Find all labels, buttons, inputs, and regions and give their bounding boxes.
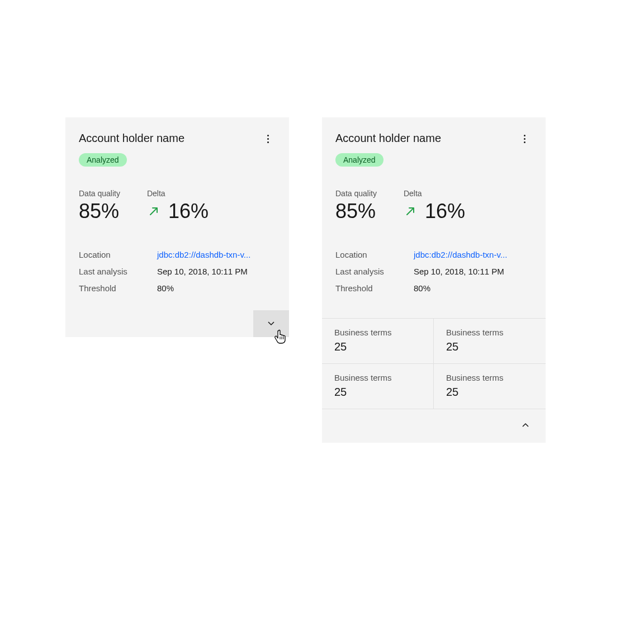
delta-number: 16% [168, 199, 209, 223]
overflow-menu-icon [524, 135, 525, 143]
metrics-row: Data quality 85% Delta 16% [65, 167, 289, 223]
grid-value: 25 [446, 386, 533, 399]
metric-value: 16% [147, 199, 209, 223]
arrow-up-right-icon [147, 205, 160, 218]
metric-value: 16% [404, 199, 465, 223]
business-terms-grid: Business terms 25 Business terms 25 Busi… [322, 318, 546, 409]
info-value: Sep 10, 2018, 10:11 PM [414, 263, 504, 280]
info-label: Last analysis [79, 263, 157, 280]
data-asset-card-expanded: Account holder name Analyzed Data qualit… [322, 117, 546, 443]
metrics-row: Data quality 85% Delta 16% [322, 167, 546, 223]
metric-delta: Delta 16% [147, 189, 209, 223]
info-row-last-analysis: Last analysis Sep 10, 2018, 10:11 PM [335, 263, 532, 280]
grid-cell: Business terms 25 [322, 319, 434, 364]
overflow-menu-button[interactable] [259, 130, 277, 148]
location-link[interactable]: jdbc:db2://dashdb-txn-v... [414, 247, 507, 263]
info-label: Location [335, 247, 414, 263]
info-row-location: Location jdbc:db2://dashdb-txn-v... [79, 247, 276, 263]
metric-data-quality: Data quality 85% [335, 189, 377, 223]
grid-value: 25 [334, 386, 421, 399]
info-rows: Location jdbc:db2://dashdb-txn-v... Last… [322, 223, 546, 297]
info-row-threshold: Threshold 80% [79, 280, 276, 297]
grid-label: Business terms [446, 328, 533, 337]
info-row-threshold: Threshold 80% [335, 280, 532, 297]
metric-label: Data quality [335, 189, 377, 198]
collapse-button[interactable] [517, 417, 534, 435]
info-rows: Location jdbc:db2://dashdb-txn-v... Last… [65, 223, 289, 310]
expand-row [65, 310, 289, 337]
arrow-up-right-icon [404, 205, 417, 218]
info-label: Threshold [79, 280, 157, 297]
status-tag: Analyzed [335, 153, 383, 167]
info-label: Last analysis [335, 263, 414, 280]
grid-label: Business terms [334, 328, 421, 337]
metric-label: Delta [404, 189, 465, 198]
card-title: Account holder name [79, 131, 276, 145]
metric-data-quality: Data quality 85% [79, 189, 120, 223]
info-label: Location [79, 247, 157, 263]
data-asset-card-collapsed: Account holder name Analyzed Data qualit… [65, 117, 289, 337]
collapse-row [322, 409, 546, 443]
overflow-menu-button[interactable] [515, 130, 533, 148]
grid-cell: Business terms 25 [434, 319, 546, 364]
card-header: Account holder name Analyzed [65, 117, 289, 167]
metric-label: Data quality [79, 189, 120, 198]
grid-cell: Business terms 25 [434, 364, 546, 409]
metric-delta: Delta 16% [404, 189, 465, 223]
info-row-last-analysis: Last analysis Sep 10, 2018, 10:11 PM [79, 263, 276, 280]
chevron-down-icon [267, 319, 276, 329]
grid-label: Business terms [334, 373, 421, 382]
overflow-menu-icon [267, 135, 269, 143]
grid-cell: Business terms 25 [322, 364, 434, 409]
card-title: Account holder name [335, 131, 532, 145]
expand-button[interactable] [253, 310, 289, 337]
grid-value: 25 [334, 340, 421, 353]
card-header: Account holder name Analyzed [322, 117, 546, 167]
location-link[interactable]: jdbc:db2://dashdb-txn-v... [157, 247, 250, 263]
chevron-up-icon [521, 421, 530, 432]
info-value: Sep 10, 2018, 10:11 PM [157, 263, 248, 280]
info-value: 80% [414, 280, 430, 297]
metric-value: 85% [79, 199, 120, 223]
metric-value: 85% [335, 199, 377, 223]
info-row-location: Location jdbc:db2://dashdb-txn-v... [335, 247, 532, 263]
status-tag: Analyzed [79, 153, 127, 167]
delta-number: 16% [425, 199, 465, 223]
metric-label: Delta [147, 189, 209, 198]
info-label: Threshold [335, 280, 414, 297]
grid-label: Business terms [446, 373, 533, 382]
grid-value: 25 [446, 340, 533, 353]
info-value: 80% [157, 280, 174, 297]
